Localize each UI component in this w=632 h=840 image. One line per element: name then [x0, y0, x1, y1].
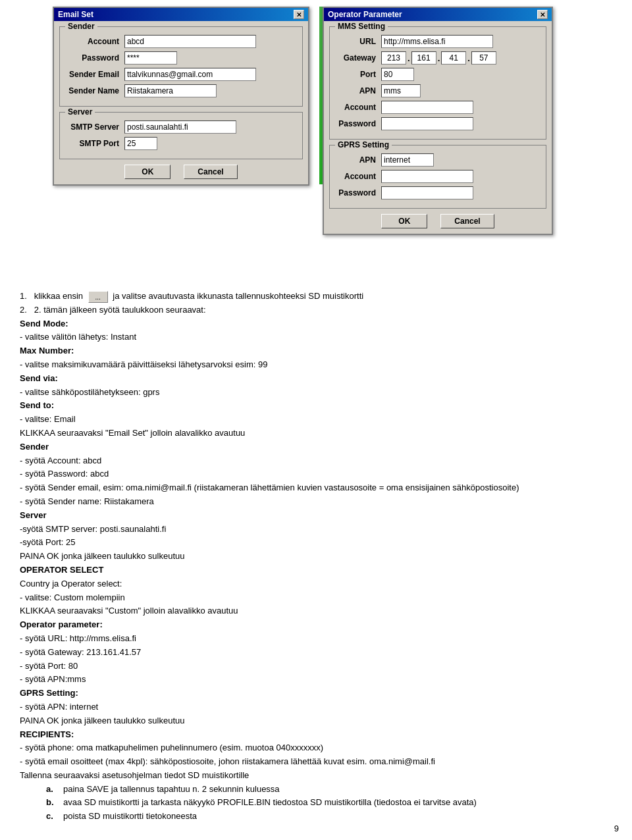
- gprs-account-input[interactable]: [381, 170, 473, 183]
- sub-b-text: avaa SD muistikortti ja tarkasta näkyykö…: [63, 796, 477, 810]
- sub-c-text: poista SD muistikortti tietokoneesta: [63, 810, 197, 824]
- paina-ok2: PAINA OK jonka jälkeen taulukko sulkeutu…: [20, 714, 612, 728]
- port-row: Port: [335, 68, 540, 81]
- url-input[interactable]: [381, 35, 493, 48]
- main-content: 1. klikkaa ensin ... ja valitse avautuva…: [20, 290, 612, 824]
- sender-password: - syötä Password: abcd: [20, 467, 612, 481]
- mms-account-row: Account: [335, 101, 540, 114]
- sub-a-label: a.: [46, 783, 59, 797]
- mms-group: MMS Setting URL Gateway . . . Por: [329, 26, 546, 140]
- send-mode-val: - valitse välitön lähetys: Instant: [20, 330, 612, 344]
- gprs-apn-input[interactable]: [381, 153, 434, 167]
- port-label: Port: [335, 70, 381, 79]
- smtp-server-input[interactable]: [124, 120, 236, 134]
- operator-select-bold: OPERATOR SELECT: [20, 564, 612, 577]
- gateway-inputs: . . .: [381, 51, 496, 65]
- email-set-cancel-button[interactable]: Cancel: [184, 165, 237, 179]
- recipients-bold: RECIPIENTS:: [20, 728, 612, 742]
- send-via-bold: Send via:: [20, 372, 612, 386]
- gprs-apn: - syötä APN: internet: [20, 700, 612, 714]
- tallenna: Tallenna seuraavaksi asetusohjelman tied…: [20, 769, 612, 783]
- sender-name: - syötä Sender name: Riistakamera: [20, 495, 612, 509]
- sub-b-label: b.: [46, 796, 59, 810]
- gateway-2-input[interactable]: [411, 51, 436, 65]
- valitse-custom: - valitse: Custom molempiin: [20, 591, 612, 605]
- account-input[interactable]: [124, 35, 256, 48]
- gprs-apn-row: APN: [335, 153, 540, 167]
- server-group: Server SMTP Server SMTP Port: [59, 112, 303, 159]
- page-number: 9: [614, 824, 619, 833]
- send-via-val: - valitse sähköpostilähetykseen: gprs: [20, 386, 612, 400]
- gprs-password-label: Password: [335, 188, 381, 197]
- sender-name-label: Sender Name: [65, 86, 124, 95]
- mms-password-input[interactable]: [381, 117, 473, 130]
- sender-email: - syötä Sender email, esim: oma.nimi@mai…: [20, 481, 612, 495]
- gateway-dot-1: .: [406, 53, 411, 63]
- max-number-bold: Max Number:: [20, 344, 612, 358]
- server-smtp: -syötä SMTP server: posti.saunalahti.fi: [20, 523, 612, 537]
- operator-ok-button[interactable]: OK: [381, 214, 427, 228]
- sender-email-input[interactable]: [124, 68, 256, 81]
- operator-param-titlebar: Operator Parameter ✕: [324, 8, 552, 21]
- klikkaa2: KLIKKAA seuraavaksi "Custom" jolloin ala…: [20, 604, 612, 618]
- email-set-title: Email Set: [58, 10, 93, 19]
- sub-item-c: c. poista SD muistikortti tietokoneesta: [46, 810, 612, 824]
- send-to-val: - valitse: Email: [20, 413, 612, 427]
- operator-param-button-row: OK Cancel: [329, 214, 546, 228]
- port-input[interactable]: [381, 68, 414, 81]
- gprs-account-row: Account: [335, 170, 540, 183]
- smtp-server-row: SMTP Server: [65, 120, 297, 134]
- sub-list: a. paina SAVE ja tallennus tapahtuu n. 2…: [46, 783, 612, 824]
- mms-account-input[interactable]: [381, 101, 473, 114]
- account-label: Account: [65, 37, 124, 46]
- gateway-dot-3: .: [466, 53, 471, 63]
- klikkaa1: KLIKKAA seuraavaksi "Email Set" jolloin …: [20, 427, 612, 440]
- apn-input[interactable]: [381, 84, 421, 97]
- sender-name-input[interactable]: [124, 84, 217, 97]
- max-number-val: - valitse maksimikuvamäärä päivittäiseks…: [20, 358, 612, 372]
- step1-text: 1. klikkaa ensin: [20, 291, 86, 301]
- sub-a-text: paina SAVE ja tallennus tapahtuu n. 2 se…: [63, 783, 280, 797]
- password-row: Password: [65, 51, 297, 65]
- sender-group: Sender Account Password Sender Email Sen…: [59, 26, 303, 107]
- server-legend: Server: [65, 107, 95, 117]
- mms-password-row: Password: [335, 117, 540, 130]
- operator-cancel-button[interactable]: Cancel: [440, 214, 494, 228]
- gateway-3-input[interactable]: [441, 51, 466, 65]
- sender-legend: Sender: [65, 22, 97, 31]
- email-set-titlebar: Email Set ✕: [54, 8, 308, 21]
- gprs-password-input[interactable]: [381, 186, 473, 199]
- paina-ok1: PAINA OK jonka jälkeen taulukko sulkeutu…: [20, 550, 612, 564]
- sub-c-label: c.: [46, 810, 59, 824]
- content-area: 1. klikkaa ensin ... ja valitse avautuva…: [0, 283, 632, 837]
- step1-icon: ...: [88, 291, 108, 303]
- op-port: - syötä Port: 80: [20, 660, 612, 673]
- email-set-ok-button[interactable]: OK: [124, 165, 171, 179]
- email-set-dialog: Email Set ✕ Sender Account Password Send…: [53, 7, 309, 186]
- gateway-1-input[interactable]: [381, 51, 406, 65]
- step2-line: 2. 2. tämän jälkeen syötä taulukkoon seu…: [20, 303, 612, 317]
- gprs-account-label: Account: [335, 172, 381, 181]
- gateway-label: Gateway: [335, 53, 381, 63]
- smtp-port-input[interactable]: [124, 137, 157, 150]
- operator-param-title: Operator Parameter: [328, 10, 402, 19]
- gprs-legend: GPRS Setting: [335, 140, 392, 149]
- account-row: Account: [65, 35, 297, 48]
- smtp-server-label: SMTP Server: [65, 122, 124, 132]
- password-input[interactable]: [124, 51, 177, 65]
- send-mode-bold: Send Mode:: [20, 317, 612, 331]
- smtp-port-row: SMTP Port: [65, 137, 297, 150]
- email-set-close-button[interactable]: ✕: [294, 10, 304, 19]
- sender-account: - syötä Account: abcd: [20, 454, 612, 468]
- apn-label: APN: [335, 86, 381, 95]
- operator-param-bold: Operator parameter:: [20, 618, 612, 632]
- sender-email-label: Sender Email: [65, 70, 124, 79]
- step1-line: 1. klikkaa ensin ... ja valitse avautuva…: [20, 290, 612, 303]
- mms-password-label: Password: [335, 119, 381, 128]
- sub-item-a: a. paina SAVE ja tallennus tapahtuu n. 2…: [46, 783, 612, 797]
- smtp-port-label: SMTP Port: [65, 139, 124, 148]
- gateway-4-input[interactable]: [471, 51, 496, 65]
- operator-param-close-button[interactable]: ✕: [537, 10, 548, 19]
- op-apn: - syötä APN:mms: [20, 673, 612, 687]
- password-label: Password: [65, 53, 124, 63]
